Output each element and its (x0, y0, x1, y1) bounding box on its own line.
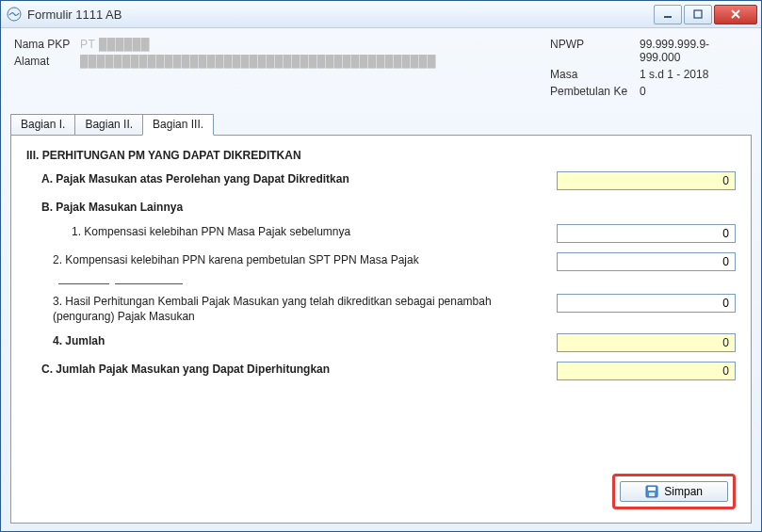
save-button-label: Simpan (664, 485, 703, 498)
header-area: Nama PKP PT ██████ Alamat ██████████████… (1, 28, 761, 107)
header-right: NPWP 99.999.999.9-999.000 Masa 1 s.d 1 -… (550, 38, 748, 102)
row-b2-label-text: 2. Kompensasi kelebihan PPN karena pembe… (53, 253, 419, 266)
window-title: Formulir 1111 AB (27, 8, 652, 22)
row-a-label: A. Pajak Masukan atas Perolehan yang Dap… (26, 171, 547, 186)
minimize-button[interactable] (654, 5, 682, 24)
content-panel: III. PERHITUNGAN PM YANG DAPAT DIKREDITK… (10, 135, 752, 524)
row-b2-period-input-1[interactable] (58, 267, 109, 284)
save-highlight: Simpan (612, 474, 736, 509)
svg-rect-6 (648, 487, 656, 491)
npwp-label: NPWP (550, 38, 640, 64)
alamat-value: ████████████████████████████████████████… (80, 55, 550, 68)
masa-label: Masa (550, 68, 640, 81)
app-window: Formulir 1111 AB Nama PKP PT ██████ Alam… (0, 0, 762, 532)
app-icon (7, 7, 22, 22)
tab-bagian-3[interactable]: Bagian III. (142, 114, 214, 136)
close-button[interactable] (714, 5, 757, 24)
row-b2-label: 2. Kompensasi kelebihan PPN karena pembe… (26, 252, 547, 284)
row-b3-input[interactable] (557, 294, 736, 313)
row-b-label: B. Pajak Masukan Lainnya (26, 200, 547, 215)
nama-pkp-label: Nama PKP (14, 38, 80, 51)
titlebar: Formulir 1111 AB (1, 1, 761, 28)
row-b1-input[interactable] (557, 224, 736, 243)
row-c-label: C. Jumlah Pajak Masukan yang Dapat Diper… (26, 362, 547, 377)
tab-bagian-2[interactable]: Bagian II. (74, 114, 143, 136)
row-b4-value: 0 (557, 333, 736, 352)
row-b2-input[interactable] (557, 252, 736, 271)
row-c-value: 0 (557, 362, 736, 380)
section-title: III. PERHITUNGAN PM YANG DAPAT DIKREDITK… (26, 149, 736, 162)
row-b2-period-input-2[interactable] (115, 267, 183, 284)
save-area: Simpan (612, 474, 736, 509)
alamat-label: Alamat (14, 55, 80, 68)
svg-rect-2 (694, 10, 702, 18)
masa-value: 1 s.d 1 - 2018 (640, 68, 748, 81)
tab-bagian-1[interactable]: Bagian I. (10, 114, 75, 136)
pembetulan-value: 0 (640, 85, 748, 98)
row-b1-label: 1. Kompensasi kelebihan PPN Masa Pajak s… (26, 224, 547, 239)
tab-strip: Bagian I. Bagian II. Bagian III. (10, 114, 761, 136)
svg-rect-7 (649, 492, 655, 496)
row-a-value: 0 (557, 171, 736, 190)
save-button[interactable]: Simpan (620, 481, 728, 502)
pembetulan-label: Pembetulan Ke (550, 85, 640, 98)
row-b3-label: 3. Hasil Perhitungan Kembali Pajak Masuk… (26, 294, 547, 324)
header-left: Nama PKP PT ██████ Alamat ██████████████… (14, 38, 550, 102)
save-icon (645, 485, 658, 498)
row-b4-label: 4. Jumlah (26, 333, 547, 348)
npwp-value: 99.999.999.9-999.000 (640, 38, 748, 64)
maximize-button[interactable] (684, 5, 712, 24)
nama-pkp-value: PT ██████ (80, 38, 550, 51)
